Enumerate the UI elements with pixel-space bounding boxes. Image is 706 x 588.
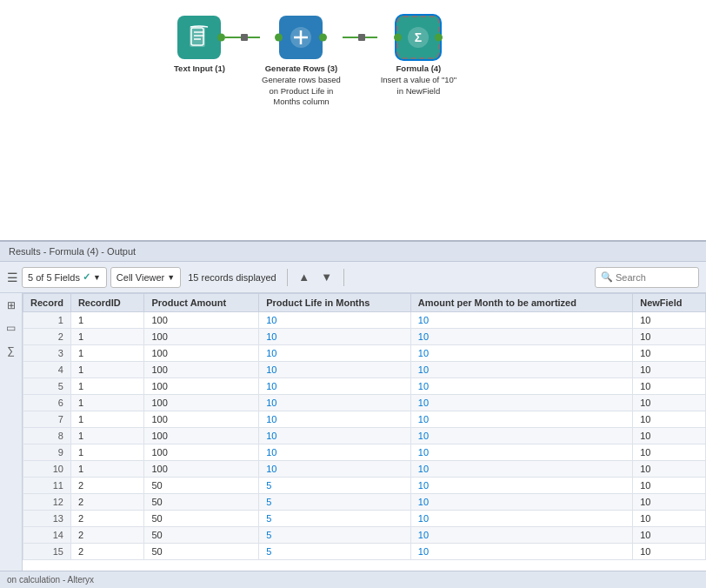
fields-dropdown-button[interactable]: 5 of 5 Fields ✓ ▼: [22, 267, 107, 288]
table-cell[interactable]: 5: [259, 527, 411, 544]
table-cell[interactable]: 10: [410, 395, 632, 411]
table-cell[interactable]: 10: [410, 345, 632, 362]
table-cell[interactable]: 10: [410, 411, 632, 428]
table-cell[interactable]: 12: [23, 494, 71, 511]
table-cell[interactable]: 1: [70, 461, 144, 478]
table-cell[interactable]: 10: [259, 312, 411, 329]
table-cell[interactable]: 3: [23, 345, 71, 362]
table-cell[interactable]: 2: [70, 544, 144, 560]
table-cell[interactable]: 10: [633, 312, 706, 329]
table-cell[interactable]: 10: [410, 444, 632, 461]
table-cell[interactable]: 100: [144, 362, 259, 378]
table-cell[interactable]: 10: [633, 544, 706, 560]
table-cell[interactable]: 10: [633, 511, 706, 527]
table-cell[interactable]: 10: [633, 527, 706, 544]
table-cell[interactable]: 5: [259, 511, 411, 527]
table-cell[interactable]: 5: [259, 478, 411, 494]
table-cell[interactable]: 10: [410, 329, 632, 345]
table-cell[interactable]: 10: [633, 478, 706, 494]
table-cell[interactable]: 10: [410, 527, 632, 544]
toolbar-grid-icon[interactable]: ☰: [7, 271, 18, 284]
table-cell[interactable]: 10: [633, 444, 706, 461]
table-cell[interactable]: 100: [144, 329, 259, 345]
table-cell[interactable]: 10: [259, 329, 411, 345]
table-cell[interactable]: 10: [259, 395, 411, 411]
table-cell[interactable]: 10: [633, 345, 706, 362]
node-formula-icon[interactable]: Σ: [396, 16, 440, 59]
table-cell[interactable]: 11: [23, 478, 71, 494]
table-cell[interactable]: 7: [23, 411, 71, 428]
node-text-input-icon[interactable]: [177, 16, 221, 59]
table-cell[interactable]: 14: [23, 527, 71, 544]
table-cell[interactable]: 50: [144, 544, 259, 560]
table-cell[interactable]: 1: [70, 345, 144, 362]
table-cell[interactable]: 2: [70, 527, 144, 544]
table-cell[interactable]: 100: [144, 345, 259, 362]
table-cell[interactable]: 100: [144, 378, 259, 395]
table-cell[interactable]: 10: [633, 395, 706, 411]
table-cell[interactable]: 13: [23, 511, 71, 527]
sort-up-button[interactable]: ▲: [295, 268, 314, 287]
table-cell[interactable]: 1: [70, 378, 144, 395]
node-formula[interactable]: Σ Formula (4) Insert a value of "10" in …: [377, 16, 460, 97]
table-cell[interactable]: 10: [633, 378, 706, 395]
table-cell[interactable]: 10: [633, 494, 706, 511]
table-cell[interactable]: 100: [144, 411, 259, 428]
table-cell[interactable]: 9: [23, 444, 71, 461]
table-cell[interactable]: 1: [70, 411, 144, 428]
table-cell[interactable]: 2: [70, 478, 144, 494]
search-box[interactable]: 🔍: [595, 267, 699, 288]
table-cell[interactable]: 1: [70, 428, 144, 444]
table-cell[interactable]: 10: [633, 362, 706, 378]
search-input[interactable]: [616, 272, 694, 283]
table-cell[interactable]: 10: [633, 428, 706, 444]
table-cell[interactable]: 1: [70, 444, 144, 461]
table-cell[interactable]: 10: [259, 428, 411, 444]
table-cell[interactable]: 10: [410, 494, 632, 511]
table-cell[interactable]: 10: [410, 378, 632, 395]
node-text-input[interactable]: Text Input (1): [174, 16, 225, 75]
table-cell[interactable]: 100: [144, 461, 259, 478]
table-cell[interactable]: 10: [410, 362, 632, 378]
table-cell[interactable]: 50: [144, 494, 259, 511]
table-cell[interactable]: 1: [70, 312, 144, 329]
table-cell[interactable]: 50: [144, 527, 259, 544]
table-cell[interactable]: 10: [23, 461, 71, 478]
table-cell[interactable]: 5: [259, 494, 411, 511]
table-cell[interactable]: 1: [23, 312, 71, 329]
table-cell[interactable]: 5: [259, 544, 411, 560]
table-cell[interactable]: 100: [144, 444, 259, 461]
table-cell[interactable]: 10: [410, 511, 632, 527]
table-cell[interactable]: 10: [259, 345, 411, 362]
table-cell[interactable]: 50: [144, 511, 259, 527]
table-cell[interactable]: 1: [70, 362, 144, 378]
node-generate-rows[interactable]: Generate Rows (3) Generate rows based on…: [260, 16, 343, 108]
table-cell[interactable]: 2: [23, 329, 71, 345]
table-cell[interactable]: 5: [23, 378, 71, 395]
table-cell[interactable]: 10: [410, 478, 632, 494]
table-cell[interactable]: 10: [259, 461, 411, 478]
table-cell[interactable]: 1: [70, 329, 144, 345]
table-cell[interactable]: 10: [259, 362, 411, 378]
table-cell[interactable]: 10: [410, 312, 632, 329]
table-cell[interactable]: 8: [23, 428, 71, 444]
table-cell[interactable]: 10: [633, 461, 706, 478]
table-cell[interactable]: 1: [70, 395, 144, 411]
table-cell[interactable]: 6: [23, 395, 71, 411]
table-cell[interactable]: 4: [23, 362, 71, 378]
table-cell[interactable]: 2: [70, 494, 144, 511]
table-cell[interactable]: 10: [633, 329, 706, 345]
table-cell[interactable]: 100: [144, 395, 259, 411]
node-generate-rows-icon[interactable]: [279, 16, 323, 59]
table-cell[interactable]: 10: [259, 411, 411, 428]
sort-down-button[interactable]: ▼: [317, 268, 336, 287]
table-cell[interactable]: 10: [633, 411, 706, 428]
table-cell[interactable]: 100: [144, 312, 259, 329]
sidebar-icon-table[interactable]: ⊞: [3, 297, 20, 314]
table-cell[interactable]: 10: [259, 444, 411, 461]
sidebar-icon-stats[interactable]: ∑: [3, 342, 20, 359]
cell-viewer-button[interactable]: Cell Viewer ▼: [110, 267, 181, 288]
table-cell[interactable]: 10: [259, 378, 411, 395]
table-cell[interactable]: 10: [410, 461, 632, 478]
table-cell[interactable]: 10: [410, 428, 632, 444]
